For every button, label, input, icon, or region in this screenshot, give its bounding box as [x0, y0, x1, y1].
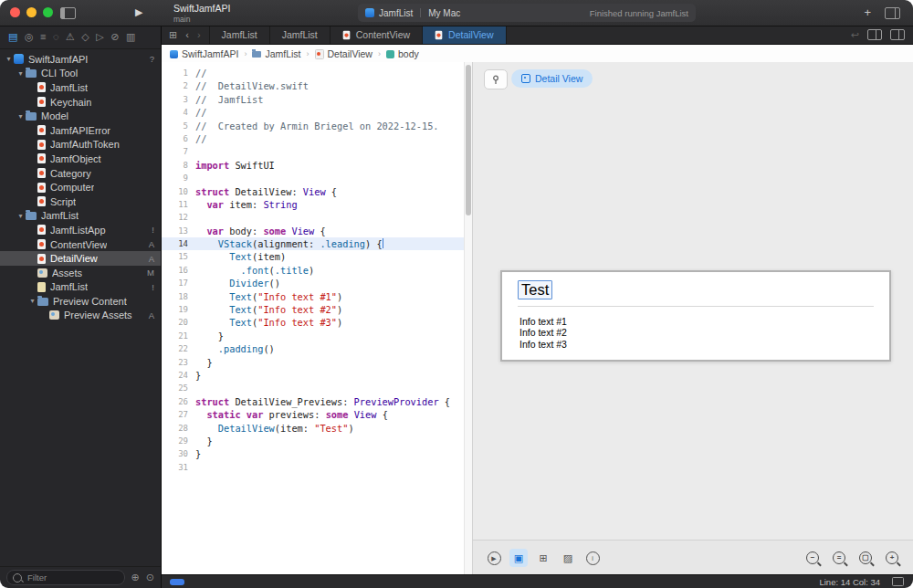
library-add-button[interactable]: + — [864, 5, 871, 19]
tree-item-jamflist[interactable]: ▾JamfList — [0, 209, 161, 224]
zoom-fit-button[interactable]: ▢ — [856, 549, 875, 567]
selectable-mode-button[interactable]: ▣ — [509, 549, 528, 567]
code-line-5[interactable]: 5// Created by Armin Briegel on 2022-12-… — [161, 120, 464, 132]
disclosure-icon[interactable]: ▾ — [16, 212, 26, 220]
filter-input[interactable] — [26, 572, 119, 583]
recent-files-icon[interactable]: ⊙ — [146, 572, 154, 583]
code-line-6[interactable]: 6// — [161, 132, 464, 145]
editor-options-icon[interactable] — [867, 29, 882, 40]
issues-navigator-icon[interactable]: ⚠ — [66, 32, 75, 42]
code-line-31[interactable]: 31 — [161, 461, 464, 474]
project-navigator-icon[interactable]: ▤ — [8, 32, 17, 42]
tree-item-keychain[interactable]: Keychain — [0, 95, 161, 110]
breakpoints-navigator-icon[interactable]: ⊘ — [110, 32, 119, 42]
tree-item-preview-content[interactable]: ▾Preview Content — [0, 294, 161, 309]
code-line-4[interactable]: 4// — [161, 106, 464, 119]
add-item-icon[interactable]: ⊕ — [131, 572, 140, 583]
tree-item-jamflist[interactable]: JamfList! — [0, 280, 161, 295]
breadcrumb-item-detailview[interactable]: DetailView — [315, 48, 373, 59]
toggle-inspector-icon[interactable] — [885, 7, 900, 19]
breadcrumb-item-body[interactable]: body — [386, 48, 419, 59]
go-forward-icon[interactable]: › — [197, 30, 201, 40]
tab-detailview[interactable]: DetailView — [423, 26, 506, 44]
minimize-button[interactable] — [26, 7, 37, 17]
code-line-26[interactable]: 26struct DetailView_Previews: PreviewPro… — [161, 395, 464, 408]
code-line-27[interactable]: 27 static var previews: some View { — [161, 408, 464, 421]
editor-scrollbar[interactable] — [464, 62, 472, 575]
pin-preview-button[interactable] — [484, 69, 508, 89]
fullscreen-button[interactable] — [43, 7, 53, 17]
debug-navigator-icon[interactable]: ▷ — [96, 32, 103, 42]
tree-item-contentview[interactable]: ContentViewA — [0, 237, 161, 252]
disclosure-icon[interactable]: ▾ — [16, 112, 26, 121]
breadcrumb-item-jamflist[interactable]: JamfList — [252, 48, 300, 59]
activity-viewer[interactable]: JamfList My Mac Finished running JamfLis… — [358, 4, 696, 22]
code-line-21[interactable]: 21 } — [161, 330, 464, 342]
code-line-14[interactable]: 14 VStack(alignment: .leading) { — [161, 237, 464, 250]
code-line-12[interactable]: 12 — [161, 211, 464, 224]
split-editor-icon[interactable] — [890, 29, 905, 40]
code-line-16[interactable]: 16 .font(.title) — [161, 264, 464, 277]
preview-device-frame[interactable]: Test Info text #1Info text #2Info text #… — [500, 270, 891, 362]
close-button[interactable] — [10, 7, 20, 17]
tree-item-detailview[interactable]: DetailViewA — [0, 251, 161, 266]
code-line-2[interactable]: 2// DetailView.swift — [161, 79, 464, 92]
code-line-24[interactable]: 24} — [161, 369, 464, 382]
code-line-17[interactable]: 17 Divider() — [161, 277, 464, 289]
tree-item-jamfapierror[interactable]: JamfAPIError — [0, 123, 161, 138]
tree-item-jamflistapp[interactable]: JamfListApp! — [0, 223, 161, 237]
code-line-28[interactable]: 28 DetailView(item: "Test") — [161, 422, 464, 435]
code-line-7[interactable]: 7 — [161, 145, 464, 158]
code-line-29[interactable]: 29 } — [161, 435, 464, 447]
history-icon[interactable]: ↩ — [851, 30, 859, 40]
zoom-actual-button[interactable]: = — [830, 549, 848, 567]
code-line-3[interactable]: 3// JamfList — [161, 93, 464, 106]
editor-scrollbar-thumb[interactable] — [466, 65, 471, 215]
code-line-30[interactable]: 30} — [161, 447, 464, 460]
tree-item-preview-assets[interactable]: Preview AssetsA — [0, 309, 161, 323]
tree-item-category[interactable]: Category — [0, 166, 161, 181]
symbols-navigator-icon[interactable]: ≡ — [40, 32, 46, 42]
code-line-25[interactable]: 25 — [161, 382, 464, 394]
tests-navigator-icon[interactable]: ◇ — [81, 32, 89, 42]
variants-button[interactable]: ⊞ — [534, 549, 552, 567]
tree-item-model[interactable]: ▾Model — [0, 109, 161, 123]
reports-navigator-icon[interactable]: ▥ — [126, 32, 135, 42]
toggle-navigator-icon[interactable] — [60, 7, 76, 19]
tree-item-swiftjamfapi[interactable]: ▾SwiftJamfAPI? — [0, 52, 161, 67]
code-line-1[interactable]: 1// — [161, 67, 464, 79]
code-line-13[interactable]: 13 var body: some View { — [161, 225, 464, 237]
go-back-icon[interactable]: ‹ — [185, 30, 189, 40]
preview-info-button[interactable]: i — [583, 549, 602, 567]
source-control-navigator-icon[interactable]: ◎ — [25, 32, 34, 42]
code-line-23[interactable]: 23 } — [161, 356, 464, 369]
code-line-19[interactable]: 19 Text("Info text #2") — [161, 303, 464, 316]
live-preview-button[interactable]: ▶ — [485, 549, 503, 567]
zoom-in-button[interactable]: + — [883, 549, 901, 567]
tree-item-jamflist[interactable]: JamfList — [0, 80, 161, 95]
tab-jamflist[interactable]: JamfList — [270, 26, 331, 44]
tree-item-computer[interactable]: Computer — [0, 180, 161, 194]
zoom-out-button[interactable]: − — [803, 549, 822, 567]
code-line-9[interactable]: 9 — [161, 172, 464, 184]
tab-jamflist[interactable]: JamfList — [209, 26, 270, 44]
tree-item-jamfauthtoken[interactable]: JamfAuthToken — [0, 138, 161, 152]
code-line-11[interactable]: 11 var item: String — [161, 198, 464, 211]
editor-layout-icon[interactable] — [892, 577, 904, 586]
tab-contentview[interactable]: ContentView — [331, 26, 423, 44]
disclosure-icon[interactable]: ▾ — [16, 69, 26, 78]
tree-item-script[interactable]: Script — [0, 194, 161, 209]
device-settings-button[interactable]: ▨ — [559, 549, 577, 567]
code-line-10[interactable]: 10struct DetailView: View { — [161, 185, 464, 198]
source-editor[interactable]: 1//2// DetailView.swift3// JamfList4//5/… — [161, 62, 464, 575]
find-navigator-icon[interactable]: ◌ — [53, 32, 59, 42]
code-line-22[interactable]: 22 .padding() — [161, 342, 464, 355]
tree-item-jamfobject[interactable]: JamfObject — [0, 152, 161, 166]
run-destination[interactable]: My Mac — [428, 8, 460, 18]
preview-selected-text[interactable]: Test — [518, 280, 552, 299]
code-line-18[interactable]: 18 Text("Info text #1") — [161, 290, 464, 303]
scheme-name[interactable]: JamfList — [379, 8, 413, 18]
breadcrumb-item-swiftjamfapi[interactable]: SwiftJamfAPI — [170, 48, 238, 59]
run-button[interactable]: ▶ — [135, 6, 142, 18]
code-line-20[interactable]: 20 Text("Info text #3") — [161, 316, 464, 329]
